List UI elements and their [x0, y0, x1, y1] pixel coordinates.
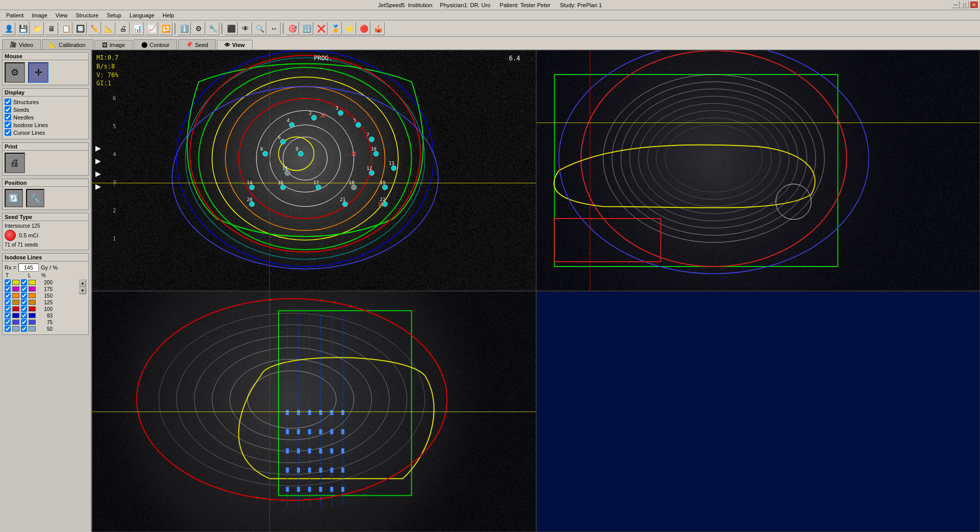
tb-btn-25[interactable]: 🔴 — [357, 22, 370, 35]
tab-image[interactable]: 🖼 Image — [94, 40, 133, 50]
iso-t-check-3[interactable] — [5, 299, 11, 305]
tb-btn-22[interactable]: ❌ — [314, 22, 328, 35]
iso-t-check-7[interactable] — [5, 326, 11, 332]
structures-checkbox[interactable] — [5, 99, 11, 105]
tb-btn-18[interactable]: 🔍 — [253, 22, 266, 35]
isodose-list: 200 175 150 125 100 83 75 — [5, 279, 78, 332]
position-btn-2[interactable]: 🔧 — [26, 189, 44, 207]
menu-structure[interactable]: Structure — [71, 11, 103, 19]
col-t-header: T — [6, 273, 20, 278]
tb-btn-12[interactable]: 🔁 — [159, 22, 172, 35]
iso-t-check-2[interactable] — [5, 293, 11, 299]
iso-l-color-3 — [29, 300, 36, 305]
menu-view[interactable]: View — [52, 11, 72, 19]
title-sep3 — [490, 2, 499, 8]
iso-l-check-3[interactable] — [21, 299, 27, 305]
seed-type-content: Intersource 125 0.5 mCi 71 of 71 seeds — [3, 221, 88, 250]
iso-l-check-4[interactable] — [21, 306, 27, 312]
tb-btn-17[interactable]: 👁 — [239, 22, 252, 35]
rx-input[interactable] — [18, 263, 39, 272]
seed-display: 0.5 mCi — [5, 230, 86, 241]
tb-btn-3[interactable]: 📁 — [31, 22, 44, 35]
maximize-button[interactable]: □ — [961, 1, 969, 8]
iso-t-check-1[interactable] — [5, 286, 11, 292]
iso-t-check-5[interactable] — [5, 312, 11, 319]
tb-btn-26[interactable]: 🎪 — [371, 22, 385, 35]
display-section-title: Display — [3, 89, 88, 96]
tb-btn-4[interactable]: 🖥 — [45, 22, 58, 35]
tb-btn-7[interactable]: ✏️ — [88, 22, 101, 35]
iso-l-check-2[interactable] — [21, 293, 27, 299]
canvas-top-left — [92, 51, 536, 291]
left-panel: Mouse ⚙ ✛ Display Structures Seeds — [0, 50, 92, 532]
tb-btn-9[interactable]: 🖨 — [116, 22, 130, 35]
menu-patient[interactable]: Patient — [2, 11, 28, 19]
iso-l-check-6[interactable] — [21, 319, 27, 325]
image-pane-top-left[interactable]: MI:0.7 B/s:8 V: 76% GI:1 PROG. 6.4 ▶▶▶▶ … — [92, 50, 536, 291]
tab-seed[interactable]: 📌 Seed — [178, 39, 216, 50]
print-section-content: 🖨 — [3, 151, 88, 175]
tb-btn-13[interactable]: ℹ️ — [178, 22, 191, 35]
isodose-checkbox[interactable] — [5, 122, 11, 128]
menu-image[interactable]: Image — [28, 11, 52, 19]
menu-language[interactable]: Language — [125, 11, 159, 19]
tab-calibration[interactable]: 📐 Calibration — [42, 39, 93, 50]
tb-btn-16[interactable]: ⬛ — [224, 22, 238, 35]
image-pane-top-right[interactable] — [536, 50, 981, 291]
iso-t-color-7 — [12, 326, 19, 331]
iso-l-color-7 — [29, 326, 36, 331]
iso-t-color-3 — [12, 300, 19, 305]
seeds-checkbox[interactable] — [5, 106, 11, 113]
iso-t-check-4[interactable] — [5, 306, 11, 312]
cursor-checkbox[interactable] — [5, 129, 11, 136]
image-pane-bottom-left[interactable] — [92, 291, 536, 532]
tb-btn-8[interactable]: 📐 — [102, 22, 115, 35]
tab-video[interactable]: 🎥 Video — [2, 39, 41, 50]
tab-view[interactable]: 👁 View — [217, 40, 253, 50]
menu-help[interactable]: Help — [159, 11, 179, 19]
tb-btn-19[interactable]: ↔ — [267, 22, 281, 35]
iso-l-color-6 — [29, 320, 36, 325]
cursor-label: Cursor Lines — [13, 130, 45, 136]
iso-t-check-6[interactable] — [5, 319, 11, 325]
minimize-button[interactable]: ─ — [951, 1, 960, 8]
iso-l-check-0[interactable] — [21, 279, 27, 285]
tb-btn-21[interactable]: 🔢 — [300, 22, 313, 35]
image-tab-icon: 🖼 — [102, 42, 108, 48]
position-btn-1[interactable]: 🔃 — [5, 189, 23, 207]
iso-t-check-0[interactable] — [5, 279, 11, 285]
tb-btn-23[interactable]: 🏅 — [329, 22, 342, 35]
mouse-btn-1[interactable]: ⚙ — [5, 62, 25, 83]
close-button[interactable]: ✕ — [970, 1, 978, 8]
iso-l-check-7[interactable] — [21, 326, 27, 332]
menu-bar: Patient Image View Structure Setup Langu… — [0, 10, 980, 20]
mouse-section-title: Mouse — [3, 53, 88, 60]
scroll-down-button[interactable]: ▼ — [79, 287, 86, 294]
iso-l-check-1[interactable] — [21, 286, 27, 292]
tb-btn-11[interactable]: 📈 — [145, 22, 158, 35]
iso-pct-0: 200 — [37, 280, 53, 285]
image-pane-bottom-right[interactable] — [536, 291, 981, 532]
scroll-up-button[interactable]: ▲ — [79, 279, 86, 286]
tab-video-label: Video — [19, 42, 33, 48]
tab-contour[interactable]: ⬤ Contour — [134, 39, 177, 50]
iso-l-color-0 — [29, 280, 36, 285]
iso-pct-4: 100 — [37, 306, 53, 312]
tb-btn-24[interactable]: ⭐ — [343, 22, 356, 35]
contour-icon: ⬤ — [141, 41, 147, 48]
tb-btn-14[interactable]: ⚙ — [192, 22, 205, 35]
display-section-content: Structures Seeds Needles Isodose Lines C… — [3, 96, 88, 139]
menu-setup[interactable]: Setup — [103, 11, 125, 19]
mouse-btn-2[interactable]: ✛ — [28, 62, 48, 83]
iso-l-check-5[interactable] — [21, 312, 27, 319]
tb-btn-15[interactable]: 🔧 — [206, 22, 219, 35]
tb-btn-2[interactable]: 💾 — [16, 22, 30, 35]
needles-checkbox[interactable] — [5, 114, 11, 120]
seed-count: 71 of 71 seeds — [5, 242, 86, 248]
tb-btn-10[interactable]: 📊 — [131, 22, 144, 35]
tb-btn-6[interactable]: 🔲 — [73, 22, 87, 35]
tb-btn-1[interactable]: 👤 — [2, 22, 15, 35]
tb-btn-20[interactable]: 🎯 — [286, 22, 299, 35]
tb-btn-5[interactable]: 📋 — [59, 22, 72, 35]
print-button[interactable]: 🖨 — [5, 153, 25, 173]
